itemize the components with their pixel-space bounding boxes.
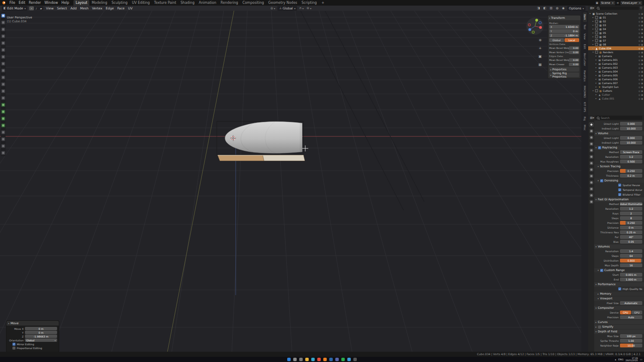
checkbox[interactable] — [618, 184, 621, 187]
toggle-cpu[interactable]: CPU — [620, 311, 631, 314]
outliner-filter-icon[interactable]: ▽ — [640, 6, 642, 10]
tool-tweak-icon[interactable] — [1, 14, 5, 18]
viewport-menu-item[interactable]: Select — [55, 6, 69, 10]
sidebar-tab-kit-ops[interactable]: KIT OPS — [583, 100, 587, 114]
sidebar-tab-edit[interactable]: Edit — [583, 42, 587, 51]
vertex-select-button[interactable]: • — [29, 6, 34, 10]
panel-header-volumes[interactable]: ▾Volumes — [594, 244, 644, 249]
viewport-nav-icon[interactable]: ▣ — [538, 54, 543, 59]
disclosure-icon[interactable]: ▸ — [595, 55, 597, 57]
collection-checkbox-icon[interactable] — [595, 24, 598, 27]
checkbox[interactable] — [618, 188, 621, 191]
render-visibility-icon[interactable]: ▣ — [641, 43, 643, 46]
options-dropdown[interactable]: Options▾ — [567, 6, 586, 11]
viewport-menu-item[interactable]: Add — [69, 6, 79, 10]
render-visibility-icon[interactable]: ▣ — [641, 82, 643, 84]
render-visibility-icon[interactable]: ▣ — [641, 32, 643, 34]
panel-header-compositor[interactable]: ▾Compositor — [594, 305, 644, 310]
panel-header-denoising[interactable]: ▾Denoising — [594, 178, 644, 183]
prop-field[interactable]: 1.00 — [620, 339, 642, 343]
panel-checkbox[interactable] — [600, 179, 603, 182]
taskbar-start-icon[interactable] — [287, 358, 291, 361]
menu-item[interactable]: Help — [60, 1, 71, 5]
tool-smooth-icon[interactable] — [1, 130, 5, 134]
render-visibility-icon[interactable]: ▣ — [641, 20, 643, 23]
viewport-nav-icon[interactable]: ▦ — [538, 62, 543, 67]
disclosure-icon[interactable]: ▸ — [592, 20, 594, 22]
disclosure-icon[interactable]: ▾ — [592, 90, 594, 92]
viewlayer-selector[interactable]: ViewLayer× — [620, 1, 642, 5]
outliner-row[interactable]: ▸▲Cube.034◎▣ — [588, 46, 644, 50]
workspace-tab[interactable]: UV Editing — [130, 0, 152, 6]
panel-header-viewport[interactable]: ▾Viewport — [594, 296, 644, 301]
properties-tab-view-layer-icon[interactable] — [589, 136, 593, 139]
taskbar-search-icon[interactable] — [293, 358, 297, 361]
clock[interactable]: 17:29 29/01/2025 — [626, 357, 638, 362]
hide-icon[interactable]: ◎ — [638, 59, 640, 61]
disclosure-icon[interactable]: ▸ — [595, 82, 597, 84]
outliner-row[interactable]: ▸▧06◎▣ — [588, 35, 644, 39]
disclosure-icon[interactable]: ▸ — [595, 74, 597, 76]
taskbar-task-view-icon[interactable] — [299, 358, 303, 361]
prop-field[interactable]: 0.2 m — [620, 174, 642, 178]
collection-checkbox-icon[interactable] — [595, 27, 598, 30]
prop-field[interactable]: 0.800 — [620, 259, 642, 262]
sidebar-tab-boxcutter[interactable]: BoxCutter — [583, 51, 587, 68]
properties-tab-world-icon[interactable] — [589, 148, 593, 152]
outliner-row[interactable]: ▸▤Camera.001◎▣ — [588, 58, 644, 62]
outliner-row[interactable]: ▸▧04◎▣ — [588, 27, 644, 31]
sidebar-tab-view[interactable]: View — [583, 32, 587, 41]
tool-inset-faces-icon[interactable] — [1, 89, 5, 93]
shading-rendered-icon[interactable]: ◉ — [561, 6, 565, 10]
render-visibility-icon[interactable]: ▣ — [641, 51, 643, 54]
taskbar-file-explorer-icon[interactable] — [305, 358, 309, 361]
disclosure-icon[interactable]: ▸ — [592, 43, 594, 45]
hide-icon[interactable]: ◎ — [638, 78, 640, 81]
prop-field[interactable]: 8 — [620, 216, 642, 220]
render-visibility-icon[interactable]: ▣ — [641, 16, 643, 19]
render-visibility-icon[interactable]: ▣ — [641, 86, 643, 88]
properties-tab-render-icon[interactable] — [589, 123, 593, 127]
prop-field[interactable]: Automatic — [620, 301, 642, 305]
panel-header-curves[interactable]: ▸Curves — [594, 320, 644, 324]
orientation-select[interactable]: Global▾ — [25, 338, 57, 342]
panel-header-custom-range[interactable]: ▾Custom Range — [594, 268, 644, 272]
tool-annotate-icon[interactable] — [1, 62, 5, 66]
panel-header-memory[interactable]: ▸Memory — [594, 291, 644, 296]
outliner-row[interactable]: ▸▧05◎▣ — [588, 31, 644, 35]
prop-field[interactable]: 1:2 — [620, 155, 642, 159]
outliner-row[interactable]: ▾▧Cutters◎▣ — [588, 89, 644, 93]
hide-icon[interactable]: ◎ — [638, 28, 640, 30]
value-field[interactable]: 0.00 — [569, 51, 579, 54]
outliner-row[interactable]: ▸▤Camera.007◎▣ — [588, 81, 644, 85]
outliner-row[interactable]: ▸▧03◎▣ — [588, 23, 644, 27]
taskbar-blender-icon[interactable] — [323, 358, 327, 361]
outliner-row[interactable]: ▸▤Camera◎▣ — [588, 54, 644, 58]
ground-plane-right[interactable] — [263, 155, 305, 161]
collapsed-panel-header[interactable]: ▸ Properties — [549, 67, 579, 72]
viewport-nav-icon[interactable]: ⊕ — [538, 37, 543, 42]
snap-magnet-icon[interactable]: ∪▾ — [298, 6, 304, 10]
prop-field[interactable]: 0.250 — [620, 221, 642, 225]
workspace-tab[interactable]: Scripting — [299, 0, 319, 6]
hide-icon[interactable]: ◎ — [638, 24, 640, 27]
tool-knife-icon[interactable] — [1, 110, 5, 114]
disclosure-icon[interactable]: ▸ — [592, 39, 594, 42]
prop-field[interactable]: Global Illumination — [620, 202, 642, 206]
render-visibility-icon[interactable]: ▣ — [641, 70, 643, 73]
prop-field[interactable]: Screen-Trace — [620, 150, 642, 154]
transform-pivot-icon[interactable]: ◎▾ — [270, 6, 276, 10]
properties-tab-object-data-icon[interactable] — [589, 187, 593, 191]
tool-select-box-icon[interactable] — [1, 21, 5, 24]
value-field[interactable]: 0.00 — [569, 46, 579, 50]
navigation-gizmo[interactable] — [526, 17, 544, 36]
unlink-scene-icon[interactable]: × — [611, 1, 614, 5]
median-coordinate-field[interactable]: X 1.9349 m — [549, 25, 579, 29]
face-select-button[interactable]: ▰ — [39, 6, 43, 10]
number-field[interactable]: -1.98663 m — [25, 335, 57, 338]
panel-header-simplify[interactable]: ▸Simplify — [594, 324, 644, 329]
menu-item[interactable]: Render — [27, 1, 43, 5]
taskbar-spotify-icon[interactable] — [341, 358, 345, 361]
hide-icon[interactable]: ◎ — [638, 74, 640, 77]
prop-field[interactable]: 1:4 — [620, 249, 642, 253]
